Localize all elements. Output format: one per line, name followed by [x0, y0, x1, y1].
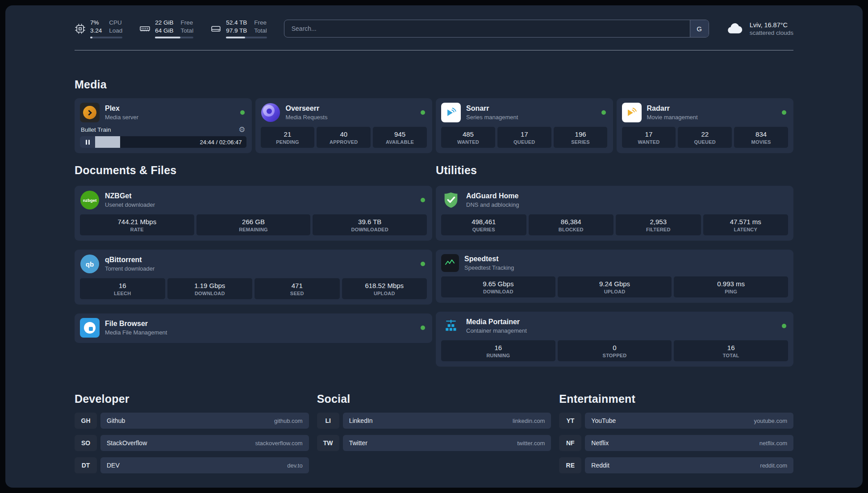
bookmark-abbr: TW — [317, 435, 339, 451]
bookmark-netflix[interactable]: NF Netflix netflix.com — [559, 435, 793, 451]
card-title: File Browser — [105, 320, 415, 328]
now-playing-title: Bullet Train — [81, 126, 111, 133]
stat-download: 1.19 Gbps DOWNLOAD — [167, 278, 253, 299]
stat-movies: 834 MOVIES — [734, 127, 788, 148]
card-title: Speedtest — [464, 255, 788, 263]
dashboard: 7% 3.24 CPU Load — [5, 5, 863, 488]
radarr-icon — [622, 103, 642, 122]
stat-total: 16 TOTAL — [674, 340, 788, 361]
bookmark-reddit[interactable]: RE Reddit reddit.com — [559, 457, 793, 473]
bookmark-url: twitter.com — [517, 440, 545, 447]
stat-running: 16 RUNNING — [441, 340, 555, 361]
bookmark-url: stackoverflow.com — [255, 440, 302, 447]
qbittorrent-card[interactable]: qb qBittorrent Torrent downloader 16 LEE… — [75, 250, 432, 305]
disk-total-label: Total — [254, 27, 267, 35]
bookmark-abbr: GH — [75, 413, 97, 429]
section-bookmarks: Developer GH Github github.com SO StackO… — [75, 393, 793, 473]
status-dot — [601, 110, 606, 115]
bookmark-url: dev.to — [287, 462, 302, 469]
memory-total-value: 64 GiB — [155, 27, 173, 35]
bookmark-abbr: NF — [559, 435, 581, 451]
stat-blocked: 86,384 BLOCKED — [529, 214, 614, 235]
weather-location: Lviv, 16.87°C — [750, 21, 793, 29]
stat-wanted: 17 WANTED — [622, 127, 676, 148]
search-provider-button[interactable]: G — [690, 20, 709, 37]
card-subtitle: Media server — [105, 114, 235, 121]
overseerr-card[interactable]: Overseerr Media Requests 21 PENDING 40 A… — [255, 98, 433, 153]
stat-upload: 618.52 Mbps UPLOAD — [342, 278, 427, 299]
card-title: Plex — [105, 104, 235, 113]
adguard-card[interactable]: AdGuard Home DNS and adblocking 498,461 … — [436, 186, 793, 241]
bookmark-url: netflix.com — [760, 440, 787, 447]
filebrowser-icon — [80, 318, 100, 338]
status-dot — [240, 110, 245, 115]
filebrowser-card[interactable]: File Browser Media File Management — [75, 313, 432, 343]
bookmark-name: Github — [107, 417, 125, 424]
card-title: qBittorrent — [105, 256, 415, 264]
disk-free-value: 52.4 TB — [226, 19, 247, 27]
pause-icon[interactable] — [80, 136, 95, 148]
resource-widgets: 7% 3.24 CPU Load — [75, 19, 267, 38]
card-title: Media Portainer — [466, 318, 776, 326]
section-media: Media Plex Media server Bullet Train — [75, 78, 793, 153]
bookmark-name: YouTube — [591, 417, 616, 424]
stat-rate: 744.21 Mbps RATE — [80, 214, 194, 235]
bookmark-url: youtube.com — [754, 418, 787, 424]
stat-remaining: 266 GB REMAINING — [196, 214, 311, 235]
playback-time: 24:44 / 02:06:47 — [200, 139, 242, 146]
section-title-media: Media — [75, 78, 793, 91]
cpu-label: CPU — [109, 19, 122, 27]
search-bar: G — [284, 20, 709, 38]
stat-downloaded: 39.6 TB DOWNLOADED — [313, 214, 427, 235]
bookmark-group-entertainment: Entertainment YT YouTube youtube.com NF … — [559, 393, 793, 473]
bookmark-name: Twitter — [349, 439, 367, 447]
section-middle: Documents & Files nzbget NZBGet Usenet d… — [75, 164, 793, 367]
card-title: NZBGet — [105, 192, 415, 200]
cpu-load-value: 3.24 — [90, 27, 102, 35]
weather-widget: Lviv, 16.87°C scattered clouds — [726, 20, 793, 38]
stat-pending: 21 PENDING — [261, 127, 315, 148]
settings-icon[interactable]: ⚙ — [238, 126, 245, 134]
cpu-widget: 7% 3.24 CPU Load — [75, 19, 122, 38]
topbar-divider — [75, 50, 793, 50]
bookmark-youtube[interactable]: YT YouTube youtube.com — [559, 413, 793, 429]
bookmark-name: Reddit — [591, 462, 609, 469]
status-dot — [421, 198, 425, 202]
speedtest-card[interactable]: Speedtest Speedtest Tracking 9.65 Gbps D… — [436, 250, 793, 303]
section-utilities: Utilities AdGuard Home DNS and adblockin… — [436, 164, 793, 367]
card-subtitle: Torrent downloader — [105, 265, 415, 272]
nzbget-card[interactable]: nzbget NZBGet Usenet downloader 744.21 M… — [75, 186, 432, 241]
card-subtitle: Media File Management — [105, 329, 415, 336]
disk-widget: 52.4 TB 97.9 TB Free Total — [210, 19, 267, 38]
cpu-load-label: Load — [109, 27, 122, 35]
nzbget-icon: nzbget — [80, 190, 100, 210]
card-title: AdGuard Home — [466, 192, 788, 200]
bookmark-group-developer: Developer GH Github github.com SO StackO… — [75, 393, 309, 473]
memory-free-value: 22 GiB — [155, 19, 173, 27]
bookmark-twitter[interactable]: TW Twitter twitter.com — [317, 435, 551, 451]
bookmark-github[interactable]: GH Github github.com — [75, 413, 309, 429]
playback-progress[interactable]: 24:44 / 02:06:47 — [80, 136, 246, 148]
sonarr-card[interactable]: Sonarr Series management 485 WANTED 17 Q… — [436, 98, 613, 153]
stat-upload: 9.24 Gbps UPLOAD — [558, 276, 672, 297]
stat-download: 9.65 Gbps DOWNLOAD — [441, 276, 555, 297]
card-subtitle: Media Requests — [286, 114, 416, 121]
bookmark-dev[interactable]: DT DEV dev.to — [75, 457, 309, 473]
plex-now-playing: Bullet Train ⚙ 24:44 / 02:06:47 — [80, 126, 246, 148]
search-input[interactable] — [284, 20, 709, 38]
cpu-icon — [75, 23, 86, 34]
portainer-icon — [441, 316, 461, 336]
bookmark-stackoverflow[interactable]: SO StackOverflow stackoverflow.com — [75, 435, 309, 451]
portainer-card[interactable]: Media Portainer Container management 16 … — [436, 312, 793, 367]
radarr-card[interactable]: Radarr Movie management 17 WANTED 22 QUE… — [617, 98, 794, 153]
stat-queued: 17 QUEUED — [497, 127, 551, 148]
status-dot — [421, 326, 425, 330]
plex-card[interactable]: Plex Media server Bullet Train ⚙ 24:44 /… — [75, 98, 252, 153]
bookmark-linkedin[interactable]: LI LinkedIn linkedin.com — [317, 413, 551, 429]
status-dot — [421, 262, 425, 266]
section-title-documents: Documents & Files — [75, 164, 432, 177]
memory-widget: 22 GiB 64 GiB Free Total — [139, 19, 193, 38]
section-documents: Documents & Files nzbget NZBGet Usenet d… — [75, 164, 432, 367]
disk-free-label: Free — [254, 19, 267, 27]
stat-stopped: 0 STOPPED — [558, 340, 672, 361]
